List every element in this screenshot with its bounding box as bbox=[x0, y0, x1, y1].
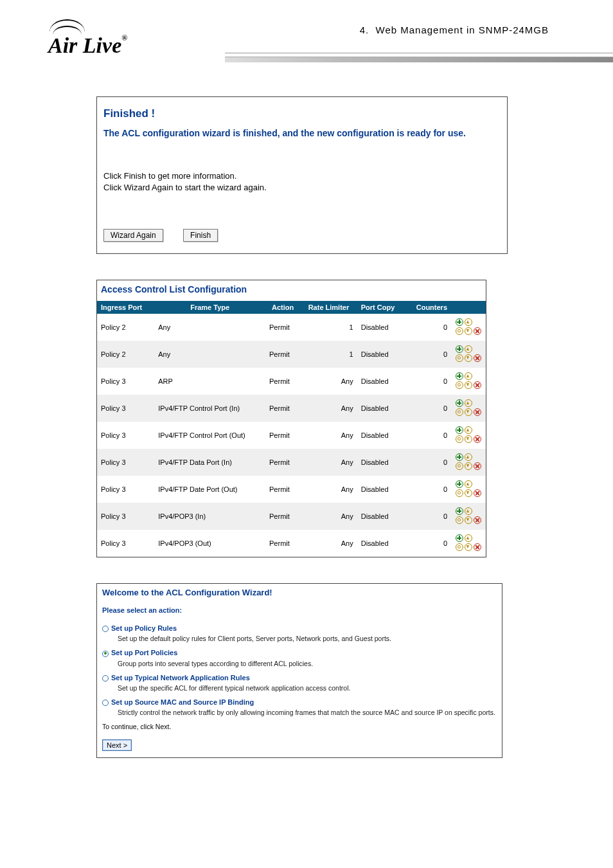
add-icon[interactable] bbox=[456, 507, 463, 515]
cell-frame-type: ARP bbox=[154, 368, 265, 395]
delete-icon[interactable] bbox=[474, 516, 481, 524]
edit-icon[interactable] bbox=[456, 327, 463, 335]
breadcrumb: 4. Web Management in SNMP-24MGB bbox=[360, 24, 549, 35]
delete-icon[interactable] bbox=[474, 381, 481, 389]
delete-icon[interactable] bbox=[474, 408, 481, 416]
wizard-option-desc: Group ports into several types according… bbox=[118, 660, 497, 667]
edit-icon[interactable] bbox=[456, 381, 463, 389]
cell-frame-type: IPv4/FTP Date Port (Out) bbox=[154, 476, 265, 503]
edit-icon[interactable] bbox=[456, 489, 463, 497]
add-icon[interactable] bbox=[456, 534, 463, 542]
move-up-icon[interactable] bbox=[465, 372, 472, 380]
add-icon[interactable] bbox=[456, 480, 463, 488]
next-button[interactable]: Next > bbox=[102, 739, 132, 751]
delete-icon[interactable] bbox=[474, 462, 481, 470]
edit-icon[interactable] bbox=[456, 462, 463, 470]
delete-icon[interactable] bbox=[474, 354, 481, 362]
move-down-icon[interactable] bbox=[465, 354, 472, 362]
wizard-option-title[interactable]: Set up Typical Network Application Rules bbox=[111, 674, 250, 682]
move-up-icon[interactable] bbox=[465, 399, 472, 407]
move-down-icon[interactable] bbox=[465, 381, 472, 389]
table-row: Policy 3IPv4/FTP Data Port (In)PermitAny… bbox=[97, 449, 486, 476]
add-icon[interactable] bbox=[456, 399, 463, 407]
move-down-icon[interactable] bbox=[465, 408, 472, 416]
cell-port-copy: Disabled bbox=[357, 368, 406, 395]
finish-button[interactable]: Finish bbox=[183, 229, 218, 242]
add-icon[interactable] bbox=[456, 372, 463, 380]
cell-frame-type: IPv4/POP3 (In) bbox=[154, 503, 265, 530]
table-row: Policy 3IPv4/POP3 (Out)PermitAnyDisabled… bbox=[97, 530, 486, 557]
cell-ingress-port: Policy 3 bbox=[97, 476, 154, 503]
row-action-icons bbox=[455, 399, 482, 417]
add-icon[interactable] bbox=[456, 318, 463, 326]
move-down-icon[interactable] bbox=[465, 516, 472, 524]
cell-action: Permit bbox=[265, 314, 300, 341]
col-frame-type: Frame Type bbox=[154, 301, 265, 314]
table-row: Policy 3IPv4/POP3 (In)PermitAnyDisabled0 bbox=[97, 503, 486, 530]
cell-rate-limiter: Any bbox=[300, 476, 357, 503]
cell-counters: 0 bbox=[405, 368, 451, 395]
move-down-icon[interactable] bbox=[465, 462, 472, 470]
wizard-option: Set up Policy RulesSet up the default po… bbox=[102, 624, 497, 642]
cell-rate-limiter: Any bbox=[300, 368, 357, 395]
radio-icon[interactable] bbox=[102, 700, 109, 706]
delete-icon[interactable] bbox=[474, 489, 481, 497]
wizard-again-button[interactable]: Wizard Again bbox=[103, 229, 163, 242]
move-up-icon[interactable] bbox=[465, 426, 472, 434]
cell-actions bbox=[451, 503, 486, 530]
edit-icon[interactable] bbox=[456, 516, 463, 524]
add-icon[interactable] bbox=[456, 426, 463, 434]
move-up-icon[interactable] bbox=[465, 453, 472, 461]
move-up-icon[interactable] bbox=[465, 318, 472, 326]
wizard-option-title[interactable]: Set up Port Policies bbox=[111, 649, 177, 656]
page-header: Air Live® 4. Web Management in SNMP-24MG… bbox=[0, 0, 613, 71]
cell-frame-type: IPv4/FTP Data Port (In) bbox=[154, 449, 265, 476]
cell-ingress-port: Policy 3 bbox=[97, 368, 154, 395]
move-up-icon[interactable] bbox=[465, 480, 472, 488]
table-row: Policy 2AnyPermit1Disabled0 bbox=[97, 314, 486, 341]
move-down-icon[interactable] bbox=[465, 435, 472, 443]
wizard-option-title[interactable]: Set up Policy Rules bbox=[111, 624, 177, 632]
table-row: Policy 2AnyPermit1Disabled0 bbox=[97, 341, 486, 368]
col-port-copy: Port Copy bbox=[357, 301, 406, 314]
row-action-icons bbox=[455, 372, 482, 390]
row-action-icons bbox=[455, 534, 482, 552]
add-icon[interactable] bbox=[456, 345, 463, 353]
edit-icon[interactable] bbox=[456, 354, 463, 362]
delete-icon[interactable] bbox=[474, 435, 481, 443]
cell-counters: 0 bbox=[405, 341, 451, 368]
radio-icon[interactable] bbox=[102, 675, 109, 682]
move-up-icon[interactable] bbox=[465, 534, 472, 542]
radio-icon[interactable] bbox=[102, 626, 109, 632]
cell-action: Permit bbox=[265, 503, 300, 530]
delete-icon[interactable] bbox=[474, 543, 481, 551]
row-action-icons bbox=[455, 318, 482, 336]
add-icon[interactable] bbox=[456, 453, 463, 461]
cell-rate-limiter: Any bbox=[300, 530, 357, 557]
cell-port-copy: Disabled bbox=[357, 449, 406, 476]
edit-icon[interactable] bbox=[456, 435, 463, 443]
cell-counters: 0 bbox=[405, 476, 451, 503]
cell-ingress-port: Policy 3 bbox=[97, 449, 154, 476]
delete-icon[interactable] bbox=[474, 327, 481, 335]
move-up-icon[interactable] bbox=[465, 345, 472, 353]
edit-icon[interactable] bbox=[456, 408, 463, 416]
header-rule-thin bbox=[225, 53, 613, 53]
col-ingress-port: Ingress Port bbox=[97, 301, 154, 314]
move-down-icon[interactable] bbox=[465, 327, 472, 335]
wizard-option: Set up Source MAC and Source IP BindingS… bbox=[102, 698, 497, 716]
finished-title: Finished ! bbox=[103, 107, 501, 120]
move-down-icon[interactable] bbox=[465, 543, 472, 551]
move-up-icon[interactable] bbox=[465, 507, 472, 515]
cell-actions bbox=[451, 449, 486, 476]
cell-action: Permit bbox=[265, 476, 300, 503]
move-down-icon[interactable] bbox=[465, 489, 472, 497]
cell-actions bbox=[451, 530, 486, 557]
col-actions bbox=[451, 301, 486, 314]
edit-icon[interactable] bbox=[456, 543, 463, 551]
radio-icon[interactable] bbox=[102, 651, 109, 657]
wizard-option: Set up Port PoliciesGroup ports into sev… bbox=[102, 649, 497, 667]
wizard-option-desc: Set up the specific ACL for different ty… bbox=[118, 684, 497, 692]
wizard-option-title[interactable]: Set up Source MAC and Source IP Binding bbox=[111, 698, 254, 706]
table-row: Policy 3IPv4/FTP Control Port (In)Permit… bbox=[97, 395, 486, 422]
